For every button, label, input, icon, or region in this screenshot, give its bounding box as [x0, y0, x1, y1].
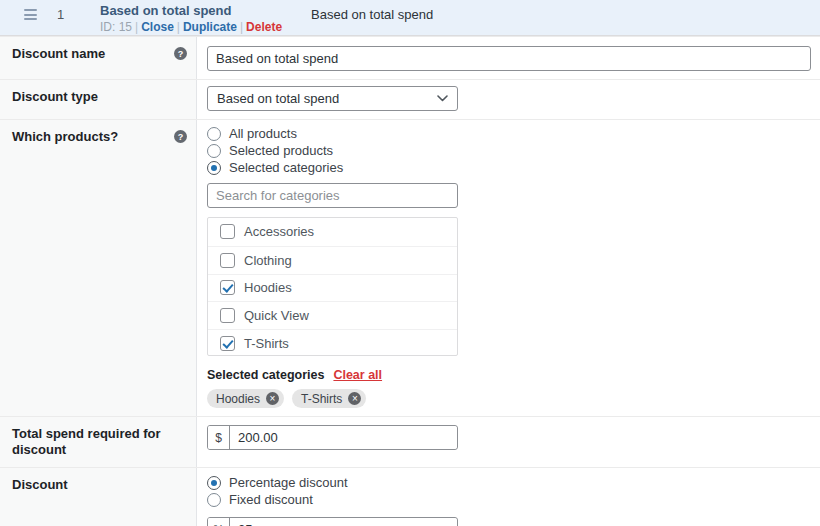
rule-title-link[interactable]: Based on total spend [100, 4, 282, 18]
checkbox-icon[interactable] [220, 224, 235, 239]
discount-name-input[interactable] [207, 46, 811, 71]
row-which-products: Which products? ? All products Selected … [0, 119, 820, 416]
delete-link[interactable]: Delete [246, 20, 282, 34]
drag-handle-icon[interactable] [24, 9, 37, 20]
close-link[interactable]: Close [141, 20, 174, 34]
discount-type-label: Discount type [12, 89, 98, 104]
remove-tag-icon[interactable]: × [266, 392, 279, 405]
total-spend-input-group: $ [207, 425, 458, 450]
category-search-input[interactable] [207, 183, 458, 208]
checkbox-icon[interactable] [220, 280, 235, 295]
checkbox-icon[interactable] [220, 253, 235, 268]
discount-name-label: Discount name [12, 46, 105, 61]
discount-amount-input-group: % [207, 517, 458, 526]
total-spend-label: Total spend required for discount [12, 426, 161, 457]
help-icon[interactable]: ? [174, 130, 187, 143]
duplicate-link[interactable]: Duplicate [183, 20, 237, 34]
radio-icon[interactable] [207, 476, 221, 490]
currency-prefix: $ [208, 426, 230, 449]
rule-actions: ID: 15|Close|Duplicate|Delete [100, 20, 282, 34]
checkbox-icon[interactable] [220, 336, 235, 351]
help-icon[interactable]: ? [174, 47, 187, 60]
radio-percentage-discount[interactable]: Percentage discount [207, 474, 811, 491]
selected-categories-label: Selected categories [207, 368, 324, 382]
radio-fixed-discount[interactable]: Fixed discount [207, 491, 811, 508]
radio-all-products[interactable]: All products [207, 125, 811, 142]
selected-categories-line: Selected categories Clear all [207, 368, 811, 382]
clear-all-link[interactable]: Clear all [333, 368, 382, 382]
total-spend-input[interactable] [230, 426, 457, 449]
rule-id: ID: 15 [100, 20, 132, 34]
row-discount: Discount Percentage discount Fixed disco… [0, 467, 820, 526]
discount-rule-editor: 1 Based on total spend ID: 15|Close|Dupl… [0, 0, 820, 526]
discount-amount-input[interactable] [230, 518, 457, 526]
row-discount-type: Discount type Based on total spend [0, 79, 820, 119]
selected-category-tags: Hoodies × T-Shirts × [207, 389, 811, 408]
discount-type-selected-value: Based on total spend [217, 91, 339, 106]
which-products-label: Which products? [12, 129, 118, 144]
rule-header: 1 Based on total spend ID: 15|Close|Dupl… [0, 0, 820, 36]
row-discount-name: Discount name ? [0, 36, 820, 79]
tag-t-shirts: T-Shirts × [292, 389, 366, 408]
rule-header-main: Based on total spend ID: 15|Close|Duplic… [100, 4, 282, 34]
discount-label: Discount [12, 477, 68, 492]
percent-prefix: % [208, 518, 230, 526]
category-item-clothing[interactable]: Clothing [208, 246, 457, 274]
rule-type-text: Based on total spend [311, 7, 433, 22]
radio-icon[interactable] [207, 144, 221, 158]
category-item-accessories[interactable]: Accessories [208, 218, 457, 246]
remove-tag-icon[interactable]: × [348, 392, 361, 405]
checkbox-icon[interactable] [220, 308, 235, 323]
category-list: Accessories Clothing Hoodies Quick View … [207, 217, 458, 356]
radio-selected-categories[interactable]: Selected categories [207, 159, 811, 176]
discount-type-select[interactable]: Based on total spend [207, 86, 458, 111]
row-total-spend: Total spend required for discount $ [0, 416, 820, 467]
category-item-hoodies[interactable]: Hoodies [208, 274, 457, 302]
category-item-t-shirts[interactable]: T-Shirts [208, 329, 457, 356]
radio-selected-products[interactable]: Selected products [207, 142, 811, 159]
radio-icon[interactable] [207, 127, 221, 141]
radio-icon[interactable] [207, 161, 221, 175]
tag-hoodies: Hoodies × [207, 389, 284, 408]
rule-order-number: 1 [57, 7, 64, 22]
chevron-down-icon [437, 95, 448, 102]
category-item-quick-view[interactable]: Quick View [208, 301, 457, 329]
radio-icon[interactable] [207, 493, 221, 507]
